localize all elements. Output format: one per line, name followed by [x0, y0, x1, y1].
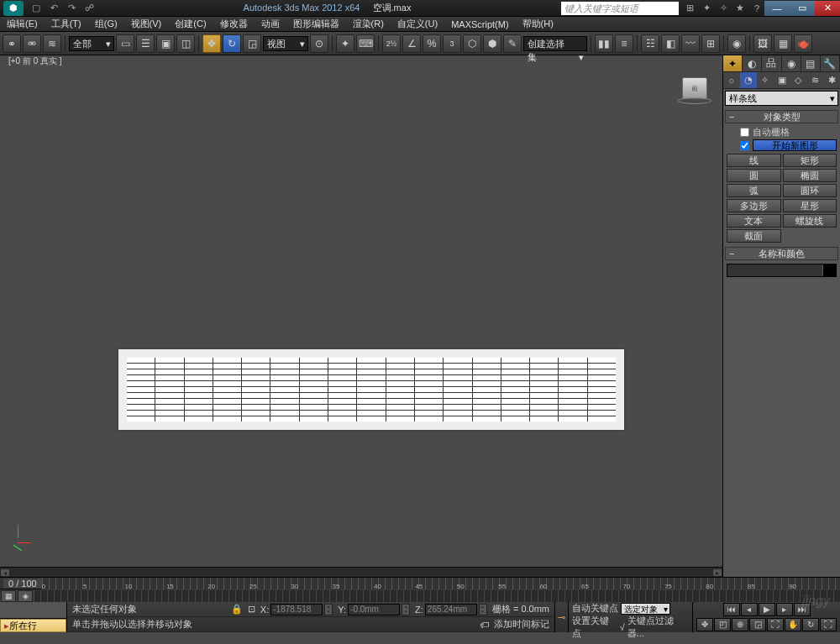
snap-spin-icon[interactable]: 3: [443, 34, 461, 53]
tab-motion-icon[interactable]: ◉: [782, 55, 801, 71]
sub-geom-icon[interactable]: ○: [723, 72, 740, 88]
layers-icon[interactable]: ☷: [641, 34, 659, 53]
menu-tools[interactable]: 工具(T): [45, 18, 88, 30]
viewport-scrollbar[interactable]: ◂▸: [0, 567, 722, 577]
edit-sel-icon[interactable]: ✎: [503, 34, 522, 53]
menu-view[interactable]: 视图(V): [124, 18, 169, 30]
close-button[interactable]: ✕: [815, 1, 840, 16]
keyfilter-icon[interactable]: √: [620, 622, 625, 632]
selection-filter-dropdown[interactable]: 全部: [69, 36, 114, 51]
graphite-icon[interactable]: ◧: [661, 34, 680, 53]
nav-1-icon[interactable]: ✥: [696, 618, 713, 631]
comm-center-icon[interactable]: ⊞: [682, 2, 697, 15]
lock-icon[interactable]: 🔒: [231, 604, 243, 615]
z-input[interactable]: [425, 604, 477, 615]
ac-unit-object[interactable]: [118, 349, 624, 430]
nav-8-icon[interactable]: ⛶: [820, 618, 837, 631]
menu-modifiers[interactable]: 修改器: [213, 18, 255, 30]
sub-helper-icon[interactable]: ◇: [790, 72, 806, 88]
manip-icon[interactable]: ✦: [336, 34, 354, 53]
render-icon[interactable]: 🫖: [794, 34, 812, 53]
qat-new-icon[interactable]: ▢: [29, 2, 44, 15]
ref-coord-dropdown[interactable]: 视图: [263, 36, 308, 51]
trackbar-toggle-icon[interactable]: ▦: [1, 590, 16, 602]
autokey-button[interactable]: 自动关键点: [572, 602, 618, 615]
btn-section[interactable]: 截面: [727, 229, 781, 243]
select-name-icon[interactable]: ☰: [136, 34, 155, 53]
qat-link-icon[interactable]: ☍: [81, 2, 97, 15]
mini-curve-editor[interactable]: [0, 602, 66, 619]
rotate-icon[interactable]: ↻: [223, 34, 241, 53]
fav-icon[interactable]: ✦: [699, 2, 714, 15]
btn-helix[interactable]: 螺旋线: [783, 214, 837, 228]
set-key-row-button[interactable]: 所在行: [0, 619, 66, 632]
btn-line[interactable]: 线: [727, 154, 781, 167]
snap-angle-icon[interactable]: ∠: [402, 34, 421, 53]
nav-5-icon[interactable]: ⛶: [767, 618, 784, 631]
btn-ellipse[interactable]: 椭圆: [783, 169, 837, 182]
time-slider[interactable]: 0 / 100 05101520253035404550556065707580…: [0, 577, 840, 589]
scale-icon[interactable]: ◲: [243, 34, 261, 53]
btn-ngon[interactable]: 多边形: [727, 199, 781, 212]
menu-anim[interactable]: 动画: [255, 18, 286, 30]
goto-end-icon[interactable]: ⏭: [794, 603, 811, 616]
y-input[interactable]: [348, 604, 400, 615]
keymode-dropdown[interactable]: 选定对象: [621, 603, 670, 615]
tab-hierarchy-icon[interactable]: 品: [762, 55, 781, 71]
sub-shapes-icon[interactable]: ◔: [740, 72, 757, 88]
qat-redo-icon[interactable]: ↷: [64, 2, 79, 15]
nav-2-icon[interactable]: ◰: [714, 618, 731, 631]
sub-cam-icon[interactable]: ▣: [774, 72, 790, 88]
keyfilter-button[interactable]: 关键点过滤器...: [627, 615, 689, 640]
material-icon[interactable]: ◉: [727, 34, 746, 53]
btn-star[interactable]: 星形: [783, 199, 837, 212]
color-swatch[interactable]: [822, 264, 836, 276]
nav-3-icon[interactable]: ⊕: [732, 618, 748, 631]
btn-arc[interactable]: 弧: [727, 184, 781, 197]
tab-util-icon[interactable]: 🔧: [821, 55, 840, 71]
tab-display-icon[interactable]: ▤: [801, 55, 821, 71]
coord-toggle-icon[interactable]: ⊡: [248, 604, 255, 615]
key-icon[interactable]: ⊸: [554, 602, 568, 632]
align-icon[interactable]: ≡: [615, 34, 633, 53]
btn-circle[interactable]: 圆: [727, 169, 781, 182]
menu-custom[interactable]: 自定义(U): [391, 18, 444, 30]
time-tag-icon[interactable]: 🏷: [480, 620, 489, 630]
menu-edit[interactable]: 编辑(E): [0, 18, 45, 30]
select-rect-icon[interactable]: ▣: [156, 34, 175, 53]
menu-group[interactable]: 组(G): [88, 18, 124, 30]
render-frame-icon[interactable]: ▦: [774, 34, 792, 53]
snap-1-icon[interactable]: ⬡: [463, 34, 481, 53]
menu-maxscript[interactable]: MAXScript(M): [444, 19, 515, 29]
viewport-label[interactable]: [+0 前 0 真实 ]: [0, 55, 722, 67]
startnew-checkbox[interactable]: [740, 141, 749, 150]
help-icon[interactable]: ?: [749, 2, 764, 15]
trackbar-key-icon[interactable]: ◈: [18, 590, 33, 602]
pivot-icon[interactable]: ⊙: [310, 34, 328, 53]
btn-donut[interactable]: 圆环: [783, 184, 837, 197]
setkey-button[interactable]: 设置关键点: [572, 615, 617, 640]
nav-6-icon[interactable]: ✋: [785, 618, 801, 631]
nav-4-icon[interactable]: ◲: [749, 618, 766, 631]
start-new-shape-button[interactable]: 开始新图形: [753, 139, 837, 151]
tab-modify-icon[interactable]: ◐: [743, 55, 762, 71]
qat-undo-icon[interactable]: ↶: [46, 2, 61, 15]
viewcube[interactable]: 前: [678, 77, 711, 111]
prev-frame-icon[interactable]: ◂: [741, 603, 758, 616]
menu-graph[interactable]: 图形编辑器: [286, 18, 346, 30]
named-selection-dropdown[interactable]: 创建选择集: [523, 36, 587, 51]
play-icon[interactable]: ▶: [759, 603, 775, 616]
btn-rect[interactable]: 矩形: [783, 154, 837, 167]
render-setup-icon[interactable]: 🖼: [753, 34, 772, 53]
bind-icon[interactable]: ≋: [43, 34, 61, 53]
select-icon[interactable]: ▭: [116, 34, 134, 53]
menu-render[interactable]: 渲染(R): [346, 18, 391, 30]
mirror-icon[interactable]: ▮▮: [595, 34, 613, 53]
add-time-tag[interactable]: 添加时间标记: [494, 618, 549, 631]
sub-lights-icon[interactable]: ✧: [757, 72, 774, 88]
curve-icon[interactable]: 〰: [681, 34, 700, 53]
category-dropdown[interactable]: 样条线: [725, 91, 838, 106]
search-input[interactable]: 键入关键字或短语: [561, 2, 679, 15]
autogrid-checkbox[interactable]: [740, 128, 749, 137]
signin-icon[interactable]: ✧: [716, 2, 731, 15]
